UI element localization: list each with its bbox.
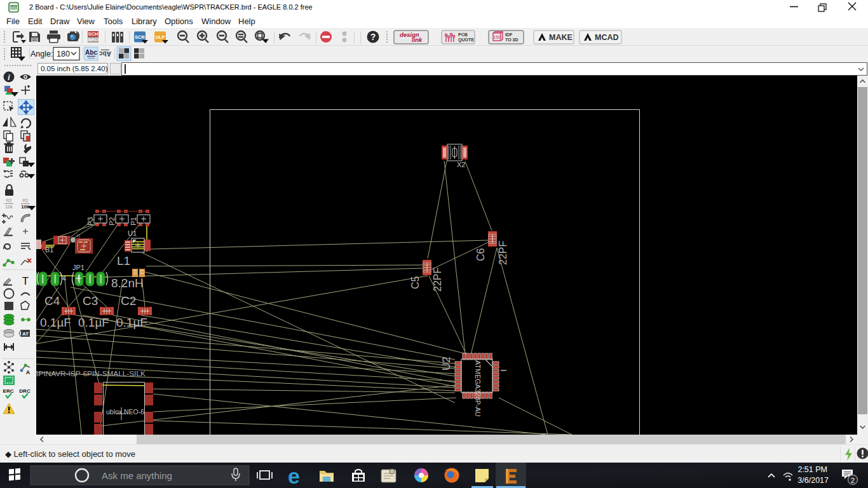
svg-text:?: ? <box>370 32 376 42</box>
svg-text:6PINAVR-ISP-6PIN-SMALL-SILK: 6PINAVR-ISP-6PIN-SMALL-SILK <box>36 369 146 378</box>
svg-text:JP1: JP1 <box>72 264 85 271</box>
svg-text:Ask me anything: Ask me anything <box>102 470 172 481</box>
svg-text:BRD: BRD <box>88 37 98 43</box>
svg-text:C5: C5 <box>410 276 421 289</box>
svg-text:Abc: Abc <box>99 50 111 57</box>
svg-text:C6: C6 <box>475 248 486 261</box>
svg-text:Angle:: Angle: <box>31 50 53 58</box>
svg-text:P1: P1 <box>130 217 137 226</box>
svg-text:8.2nH: 8.2nH <box>111 276 144 290</box>
svg-text:MCAD: MCAD <box>595 33 619 42</box>
svg-text:Abc: Abc <box>85 49 97 56</box>
svg-text:22PF: 22PF <box>498 241 508 265</box>
svg-text:P2: P2 <box>108 217 116 226</box>
svg-text:L1: L1 <box>117 254 130 268</box>
svg-text:R2: R2 <box>23 198 29 203</box>
svg-text:0.1µF: 0.1µF <box>40 316 71 329</box>
svg-text:X2: X2 <box>457 161 465 168</box>
svg-text:IDF: IDF <box>505 32 513 37</box>
svg-text:3/6/2017: 3/6/2017 <box>797 476 829 485</box>
svg-text:DRC: DRC <box>19 388 31 394</box>
svg-text:ULP: ULP <box>156 34 165 40</box>
svg-text:150: 150 <box>494 35 501 39</box>
svg-text:180: 180 <box>57 50 70 58</box>
svg-text:SCR: SCR <box>135 34 145 40</box>
svg-text:e: e <box>288 464 300 488</box>
svg-text:A: A <box>26 369 31 376</box>
svg-text:B1: B1 <box>45 246 53 254</box>
svg-text:AT: AT <box>22 331 29 337</box>
svg-text:R2: R2 <box>6 198 12 203</box>
svg-text:22PF: 22PF <box>432 268 443 292</box>
svg-text:MAKE: MAKE <box>549 33 573 42</box>
svg-text:SCH: SCH <box>88 31 98 37</box>
svg-text:ERC: ERC <box>3 388 14 394</box>
svg-text:10k: 10k <box>21 204 30 210</box>
svg-text:U2: U2 <box>440 356 452 370</box>
svg-text:C2: C2 <box>121 294 136 308</box>
svg-text:C3: C3 <box>83 294 98 308</box>
svg-text:ATMEGA328P-AU: ATMEGA328P-AU <box>474 360 482 417</box>
svg-text:2:51 PM: 2:51 PM <box>797 465 827 474</box>
svg-text:0.1µF: 0.1µF <box>78 316 109 329</box>
svg-text:2: 2 <box>851 477 855 484</box>
svg-text:ublox NEO-6: ublox NEO-6 <box>106 408 144 416</box>
svg-text:link: link <box>412 36 423 43</box>
svg-text:4: 4 <box>62 274 66 282</box>
svg-text:QUOTE: QUOTE <box>458 37 474 43</box>
svg-text:PCB: PCB <box>458 32 468 37</box>
svg-text:TO 3D: TO 3D <box>505 37 519 42</box>
svg-text:C4: C4 <box>44 294 60 308</box>
svg-text:P3: P3 <box>86 217 94 226</box>
svg-text:0.1µF: 0.1µF <box>116 316 147 329</box>
svg-text:10k: 10k <box>5 205 13 209</box>
svg-text:x): x) <box>76 233 80 238</box>
svg-text:T: T <box>22 275 29 287</box>
svg-text:U1: U1 <box>128 229 137 237</box>
svg-text:BRD: BRD <box>10 6 17 10</box>
